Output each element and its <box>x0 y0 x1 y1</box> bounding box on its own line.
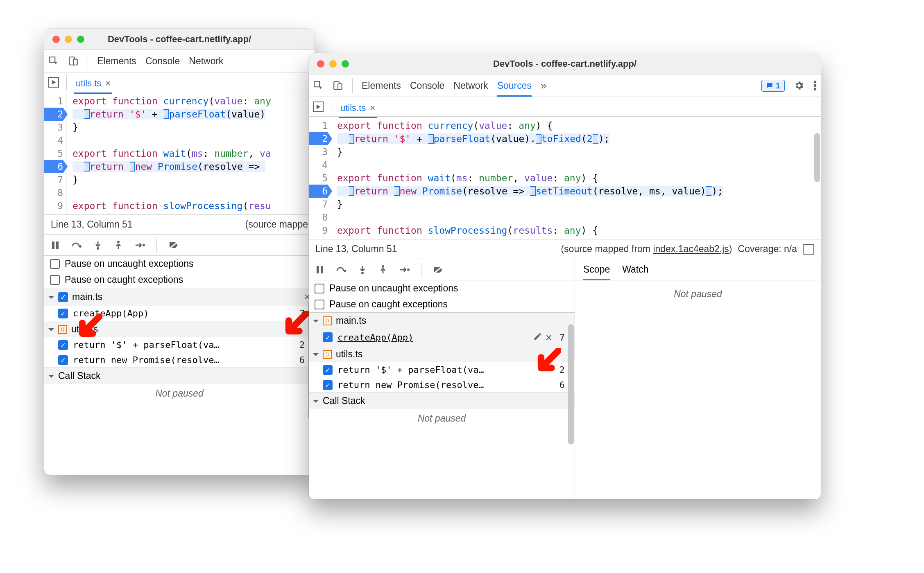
pause-icon[interactable] <box>315 265 324 274</box>
tab-sources[interactable]: Sources <box>497 80 532 97</box>
navigator-toggle-icon[interactable] <box>313 102 324 112</box>
call-stack-header[interactable]: Call Stack <box>44 368 315 384</box>
pause-icon[interactable] <box>51 241 60 250</box>
source-map-link[interactable]: index.1ac4eab2.js <box>653 244 729 254</box>
zoom-dot[interactable] <box>342 60 349 68</box>
sources-subbar: utils.ts × <box>44 72 315 92</box>
bp-checkbox[interactable]: ✓ <box>323 365 333 375</box>
bp-checkbox[interactable]: ✓ <box>58 340 68 350</box>
debugger-toolbar <box>44 235 315 256</box>
minimize-dot[interactable] <box>65 36 72 43</box>
tab-elements[interactable]: Elements <box>97 56 136 67</box>
bp-item-return-promise[interactable]: ✓ return new Promise(resolve… 6 <box>44 352 315 368</box>
step-into-icon[interactable] <box>358 265 367 274</box>
device-icon[interactable] <box>333 80 343 91</box>
tab-scope[interactable]: Scope <box>583 264 610 280</box>
step-over-icon[interactable] <box>71 241 82 250</box>
tab-watch[interactable]: Watch <box>622 264 648 275</box>
label-uncaught: Pause on uncaught exceptions <box>65 258 194 269</box>
divider <box>156 237 157 253</box>
checkbox-caught[interactable] <box>50 275 60 285</box>
bp-line-number: 6 <box>299 355 309 365</box>
label-caught: Pause on caught exceptions <box>65 274 183 285</box>
scrollbar[interactable] <box>568 324 574 444</box>
tab-elements[interactable]: Elements <box>362 80 401 91</box>
overflow-icon[interactable]: » <box>541 79 546 92</box>
checkbox-uncaught[interactable] <box>315 284 324 293</box>
file-tab-utils[interactable]: utils.ts × <box>74 76 112 94</box>
code-editor[interactable]: 123 456 789 export function currency(val… <box>309 117 821 239</box>
kebab-icon[interactable] <box>813 80 817 91</box>
svg-point-18 <box>382 265 384 268</box>
bp-item-return-promise[interactable]: ✓ return new Promise(resolve… 6 <box>309 377 575 393</box>
bp-item-createapp[interactable]: ✓ createApp(App) 7 <box>44 306 315 321</box>
bp-text: createApp(App) <box>337 332 413 343</box>
deactivate-breakpoints-icon[interactable] <box>433 265 444 274</box>
bp-line-number: 2 <box>559 365 569 375</box>
code-body[interactable]: export function currency(value: any) { r… <box>331 117 821 239</box>
breakpoints-pane[interactable]: Pause on uncaught exceptions Pause on ca… <box>309 280 575 499</box>
tab-console[interactable]: Console <box>410 80 444 91</box>
scrollbar[interactable] <box>814 133 820 182</box>
remove-icon[interactable]: × <box>546 331 552 343</box>
bp-checkbox[interactable]: ✓ <box>323 380 333 390</box>
step-icon[interactable] <box>134 241 145 250</box>
inspect-icon[interactable] <box>48 56 59 66</box>
coverage-label: Coverage: n/a <box>738 244 797 255</box>
bp-line-number: 7 <box>299 308 309 318</box>
goto-icon[interactable] <box>803 244 814 255</box>
bp-item-return-parse[interactable]: ✓ return '$' + parseFloat(va… 2 <box>309 362 575 377</box>
close-icon[interactable]: × <box>105 78 111 89</box>
step-out-icon[interactable] <box>378 265 387 274</box>
step-out-icon[interactable] <box>114 241 123 250</box>
devtools-window-back: DevTools - coffee-cart.netlify.app/ Elem… <box>44 29 315 475</box>
bp-checkbox[interactable]: ✓ <box>58 355 68 365</box>
bp-checkbox[interactable]: ✓ <box>58 309 68 318</box>
issues-badge[interactable]: 1 <box>761 80 785 92</box>
checkbox-caught[interactable] <box>315 300 324 309</box>
tab-console[interactable]: Console <box>145 56 180 67</box>
debugger-toolbar <box>309 259 575 280</box>
minimize-dot[interactable] <box>329 60 337 68</box>
close-dot[interactable] <box>317 60 324 68</box>
gutter[interactable]: 123 456 789 <box>44 92 67 214</box>
step-over-icon[interactable] <box>336 265 346 274</box>
bp-item-createapp[interactable]: ✓ createApp(App) × 7 <box>309 329 575 346</box>
breakpoints-pane[interactable]: Pause on uncaught exceptions Pause on ca… <box>44 256 315 475</box>
call-stack-header[interactable]: Call Stack <box>309 393 575 409</box>
bp-file-checkbox[interactable]: ✓ <box>58 292 68 302</box>
titlebar: DevTools - coffee-cart.netlify.app/ <box>44 29 315 50</box>
source-mapped-label: (source mappe <box>245 219 308 230</box>
bp-item-return-parse[interactable]: ✓ return '$' + parseFloat(va… 2 <box>44 337 315 352</box>
inspect-icon[interactable] <box>313 80 324 91</box>
navigator-toggle-icon[interactable] <box>48 77 59 88</box>
bp-checkbox[interactable]: ✓ <box>323 332 333 342</box>
checkbox-uncaught[interactable] <box>50 259 60 269</box>
deactivate-breakpoints-icon[interactable] <box>168 241 179 250</box>
step-icon[interactable] <box>399 265 410 274</box>
chevron-down-icon <box>48 375 54 381</box>
bp-line-number: 6 <box>559 380 569 390</box>
bp-file-header-main[interactable]: ⟨⟩ main.ts <box>309 312 575 329</box>
device-icon[interactable] <box>68 56 79 66</box>
svg-point-7 <box>143 244 145 246</box>
svg-point-13 <box>814 88 817 90</box>
divider <box>331 99 331 115</box>
edit-icon[interactable] <box>533 332 542 343</box>
bp-file-header-utils[interactable]: ⟨⟩ utils.ts <box>44 321 315 337</box>
close-dot[interactable] <box>52 36 60 43</box>
bp-file-header-utils[interactable]: ⟨⟩ utils.ts <box>309 346 575 362</box>
bp-file-header-main[interactable]: ✓ main.ts × <box>44 288 315 306</box>
file-tab-utils[interactable]: utils.ts × <box>339 100 377 118</box>
tab-network[interactable]: Network <box>189 56 223 67</box>
close-icon[interactable]: × <box>370 103 375 113</box>
zoom-dot[interactable] <box>77 36 84 43</box>
step-into-icon[interactable] <box>93 241 102 250</box>
gutter[interactable]: 123 456 789 <box>309 117 331 239</box>
gear-icon[interactable] <box>794 80 804 91</box>
code-editor[interactable]: 123 456 789 export function currency(val… <box>44 92 315 215</box>
tab-network[interactable]: Network <box>453 80 488 91</box>
divider <box>352 78 353 93</box>
window-title: DevTools - coffee-cart.netlify.app/ <box>309 59 821 69</box>
code-body[interactable]: export function currency(value: any retu… <box>67 92 315 214</box>
